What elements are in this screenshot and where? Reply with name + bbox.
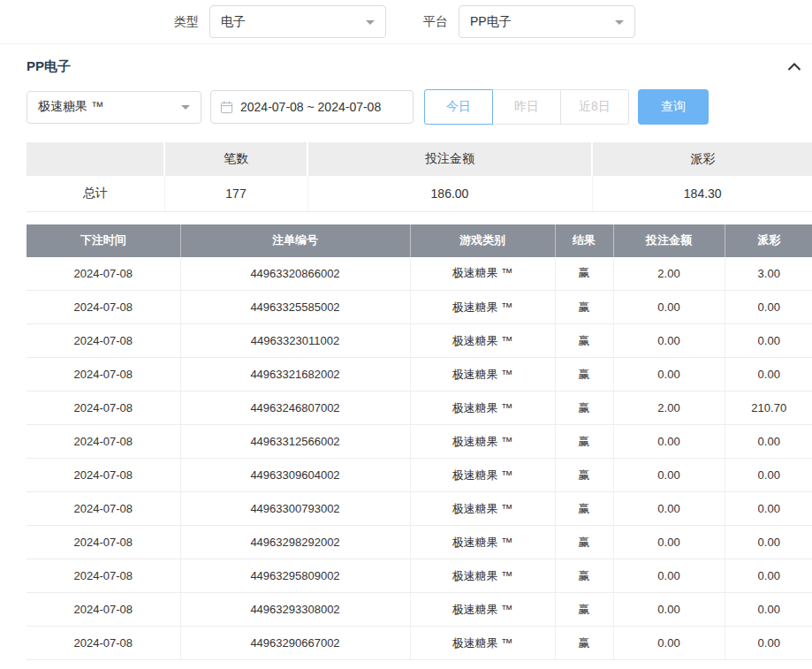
cell-bet-time: 2024-07-08 bbox=[27, 257, 180, 291]
cell-game-category: 极速糖果 ™ bbox=[410, 593, 555, 627]
cell-bet-id: 44963295809002 bbox=[180, 559, 410, 593]
table-row: 2024-07-08 44963323011002 极速糖果 ™ 赢 0.00 … bbox=[27, 324, 812, 358]
header-game-category: 游戏类别 bbox=[410, 224, 555, 257]
cell-result: 赢 bbox=[555, 459, 613, 492]
table-row: 2024-07-08 44963320866002 极速糖果 ™ 赢 2.00 … bbox=[27, 257, 812, 291]
cell-bet-time: 2024-07-08 bbox=[27, 492, 180, 526]
summary-total-bet-amount: 186.00 bbox=[307, 176, 592, 211]
cell-game-category: 极速糖果 ™ bbox=[410, 291, 555, 324]
quick-date-button-group: 今日 昨日 近8日 bbox=[424, 89, 629, 125]
cell-payout: 0.00 bbox=[725, 425, 812, 459]
cell-payout: 210.70 bbox=[725, 392, 812, 425]
chevron-down-icon bbox=[181, 105, 190, 110]
game-select[interactable]: 极速糖果 ™ bbox=[27, 91, 201, 124]
date-range-value: 2024-07-08 ~ 2024-07-08 bbox=[240, 100, 381, 114]
summary-header-row: 笔数 投注金额 派彩 bbox=[27, 142, 812, 176]
platform-label: 平台 bbox=[423, 14, 448, 30]
quick-last8days-button[interactable]: 近8日 bbox=[560, 89, 629, 125]
header-payout: 派彩 bbox=[725, 224, 812, 257]
cell-bet-id: 44963298292002 bbox=[180, 526, 410, 559]
cell-bet-amount: 0.00 bbox=[613, 559, 725, 593]
summary-total-row: 总计 177 186.00 184.30 bbox=[27, 176, 812, 211]
cell-game-category: 极速糖果 ™ bbox=[410, 324, 555, 358]
cell-payout: 0.00 bbox=[725, 291, 812, 324]
summary-total-payout: 184.30 bbox=[592, 176, 812, 211]
header-bet-time: 下注时间 bbox=[27, 224, 180, 257]
cell-payout: 0.00 bbox=[725, 459, 812, 492]
cell-bet-id: 44963300793002 bbox=[180, 492, 410, 526]
cell-bet-id: 44963293308002 bbox=[180, 593, 410, 627]
table-row: 2024-07-08 44963300793002 极速糖果 ™ 赢 0.00 … bbox=[27, 492, 812, 526]
cell-payout: 0.00 bbox=[725, 559, 812, 593]
cell-game-category: 极速糖果 ™ bbox=[410, 257, 555, 291]
section-header: PP电子 bbox=[27, 58, 801, 75]
cell-bet-time: 2024-07-08 bbox=[27, 459, 180, 492]
top-filter-bar: 类型 电子 平台 PP电子 bbox=[0, 0, 812, 44]
table-row: 2024-07-08 44963295809002 极速糖果 ™ 赢 0.00 … bbox=[27, 559, 812, 593]
cell-bet-id: 44963309604002 bbox=[180, 459, 410, 492]
cell-bet-id: 44963290667002 bbox=[180, 627, 410, 660]
quick-today-button[interactable]: 今日 bbox=[424, 89, 493, 125]
cell-bet-time: 2024-07-08 bbox=[27, 593, 180, 627]
cell-bet-id: 44963325585002 bbox=[180, 291, 410, 324]
platform-select[interactable]: PP电子 bbox=[459, 5, 635, 38]
summary-table: 笔数 投注金额 派彩 总计 177 186.00 184.30 bbox=[27, 142, 812, 212]
cell-game-category: 极速糖果 ™ bbox=[410, 492, 555, 526]
cell-bet-amount: 0.00 bbox=[613, 492, 725, 526]
table-row: 2024-07-08 44963309604002 极速糖果 ™ 赢 0.00 … bbox=[27, 459, 812, 492]
cell-payout: 0.00 bbox=[725, 627, 812, 660]
table-row: 2024-07-08 44963325585002 极速糖果 ™ 赢 0.00 … bbox=[27, 291, 812, 324]
header-bet-id: 注单编号 bbox=[180, 224, 410, 257]
header-result: 结果 bbox=[555, 224, 613, 257]
cell-bet-id: 44963312566002 bbox=[180, 425, 410, 459]
search-button[interactable]: 查询 bbox=[638, 89, 709, 125]
platform-select-value: PP电子 bbox=[470, 14, 512, 30]
type-select-value: 电子 bbox=[221, 14, 246, 30]
cell-game-category: 极速糖果 ™ bbox=[410, 459, 555, 492]
cell-result: 赢 bbox=[555, 593, 613, 627]
cell-result: 赢 bbox=[555, 257, 613, 291]
cell-payout: 3.00 bbox=[725, 257, 812, 291]
table-row: 2024-07-08 44963293308002 极速糖果 ™ 赢 0.00 … bbox=[27, 593, 812, 627]
cell-bet-amount: 0.00 bbox=[613, 358, 725, 392]
cell-game-category: 极速糖果 ™ bbox=[410, 526, 555, 559]
cell-bet-time: 2024-07-08 bbox=[27, 559, 180, 593]
table-row: 2024-07-08 44963246807002 极速糖果 ™ 赢 2.00 … bbox=[27, 392, 812, 425]
cell-bet-time: 2024-07-08 bbox=[27, 324, 180, 358]
cell-bet-id: 44963320866002 bbox=[180, 257, 410, 291]
cell-bet-time: 2024-07-08 bbox=[27, 526, 180, 559]
cell-bet-time: 2024-07-08 bbox=[27, 358, 180, 392]
type-select[interactable]: 电子 bbox=[209, 5, 386, 38]
cell-result: 赢 bbox=[555, 324, 613, 358]
platform-filter: 平台 PP电子 bbox=[423, 5, 635, 38]
cell-bet-id: 44963321682002 bbox=[180, 358, 410, 392]
cell-bet-time: 2024-07-08 bbox=[27, 425, 180, 459]
type-label: 类型 bbox=[174, 14, 199, 30]
cell-payout: 0.00 bbox=[725, 526, 812, 559]
table-row: 2024-07-08 44963290667002 极速糖果 ™ 赢 0.00 … bbox=[27, 627, 812, 660]
collapse-section-button[interactable] bbox=[787, 63, 801, 71]
cell-bet-time: 2024-07-08 bbox=[27, 392, 180, 425]
cell-bet-amount: 0.00 bbox=[613, 425, 725, 459]
cell-game-category: 极速糖果 ™ bbox=[410, 358, 555, 392]
table-row: 2024-07-08 44963312566002 极速糖果 ™ 赢 0.00 … bbox=[27, 425, 812, 459]
summary-total-count: 177 bbox=[164, 176, 307, 211]
summary-header-bet-amount: 投注金额 bbox=[307, 142, 592, 176]
cell-payout: 0.00 bbox=[725, 358, 812, 392]
game-select-value: 极速糖果 ™ bbox=[38, 99, 103, 115]
cell-bet-amount: 2.00 bbox=[613, 392, 725, 425]
bet-records-table: 下注时间 注单编号 游戏类别 结果 投注金额 派彩 2024-07-08 449… bbox=[27, 224, 812, 661]
cell-result: 赢 bbox=[555, 358, 613, 392]
date-range-picker[interactable]: 2024-07-08 ~ 2024-07-08 bbox=[210, 90, 414, 124]
summary-header-payout: 派彩 bbox=[592, 142, 812, 176]
cell-bet-amount: 0.00 bbox=[613, 459, 725, 492]
cell-result: 赢 bbox=[555, 425, 613, 459]
calendar-icon bbox=[220, 101, 233, 114]
quick-yesterday-button[interactable]: 昨日 bbox=[492, 89, 561, 125]
summary-total-label: 总计 bbox=[27, 176, 164, 211]
cell-result: 赢 bbox=[555, 392, 613, 425]
cell-bet-id: 44963246807002 bbox=[180, 392, 410, 425]
cell-bet-amount: 2.00 bbox=[613, 257, 725, 291]
cell-bet-id: 44963323011002 bbox=[180, 324, 410, 358]
cell-result: 赢 bbox=[555, 526, 613, 559]
